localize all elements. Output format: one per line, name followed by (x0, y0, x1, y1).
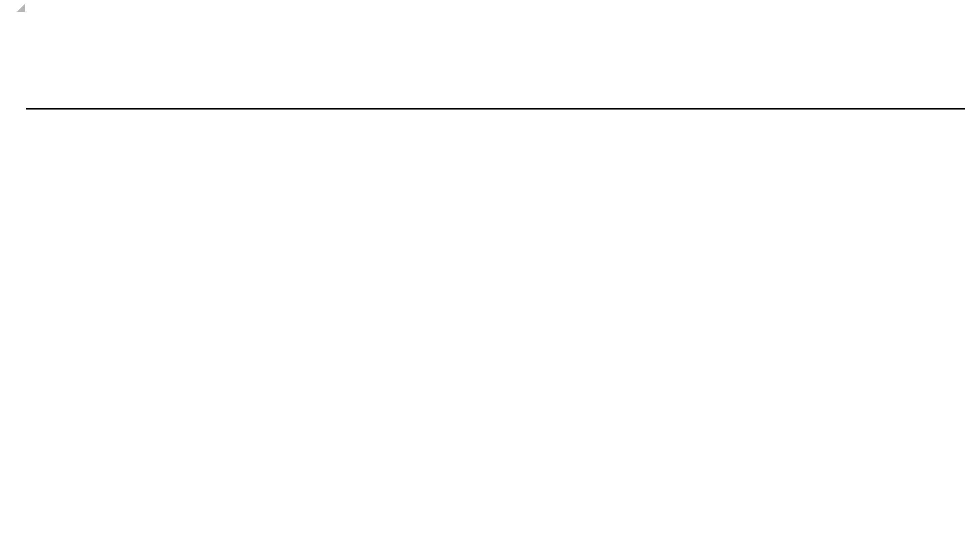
column-headers (26, 0, 965, 13)
sheet-body (0, 0, 965, 560)
select-all-corner[interactable] (0, 0, 26, 13)
row-headers (0, 13, 26, 560)
tax-rate-label-cell[interactable] (506, 66, 583, 80)
tax-rate-value-cell[interactable] (583, 66, 682, 80)
spreadsheet (0, 0, 965, 560)
header-underline-rule (26, 108, 965, 109)
select-all-triangle-icon (17, 4, 25, 12)
